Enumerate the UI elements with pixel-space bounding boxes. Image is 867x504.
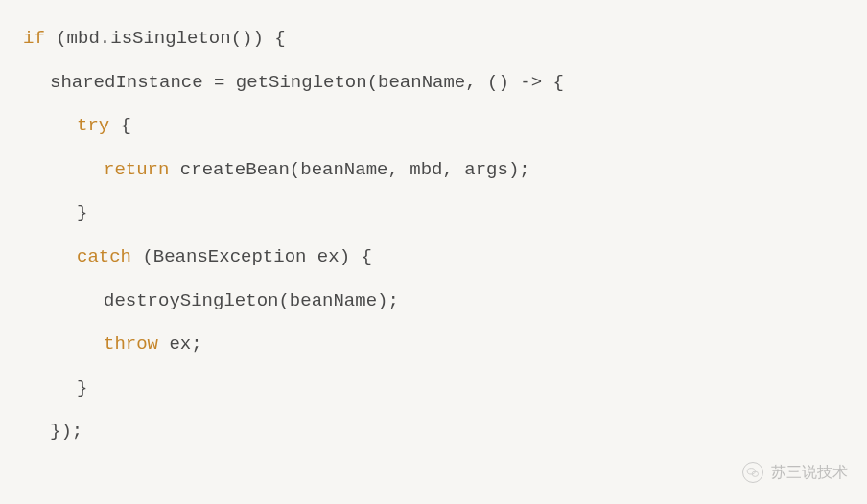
keyword-return: return (104, 159, 169, 180)
code-text: (mbd.isSingleton()) { (45, 28, 286, 49)
code-line: throw ex; (23, 323, 859, 367)
code-text: ex; (158, 333, 202, 355)
keyword-throw: throw (104, 333, 158, 355)
wechat-icon (742, 462, 763, 483)
code-text: { (109, 115, 131, 136)
code-line: return createBean(beanName, mbd, args); (23, 149, 859, 193)
code-line: }); (23, 410, 859, 454)
code-text: (BeansException ex) { (131, 246, 372, 267)
keyword-if: if (23, 28, 45, 49)
code-text: sharedInstance = getSingleton(beanName, … (50, 72, 564, 93)
code-line: } (23, 192, 859, 236)
code-line: destroySingleton(beanName); (23, 280, 859, 324)
code-line: catch (BeansException ex) { (23, 236, 859, 280)
code-text: } (77, 202, 87, 223)
keyword-try: try (77, 115, 109, 136)
keyword-catch: catch (77, 246, 131, 267)
code-line: } (23, 367, 859, 411)
code-block: if (mbd.isSingleton()) { sharedInstance … (23, 17, 859, 454)
code-line: try { (23, 104, 859, 149)
watermark-text: 苏三说技术 (771, 454, 848, 491)
code-line: if (mbd.isSingleton()) { (23, 17, 859, 61)
code-line: sharedInstance = getSingleton(beanName, … (23, 61, 859, 105)
code-text: destroySingleton(beanName); (104, 290, 399, 311)
watermark: 苏三说技术 (742, 454, 848, 491)
code-text: createBean(beanName, mbd, args); (169, 159, 529, 180)
code-text: }); (50, 421, 82, 442)
code-text: } (77, 378, 87, 399)
